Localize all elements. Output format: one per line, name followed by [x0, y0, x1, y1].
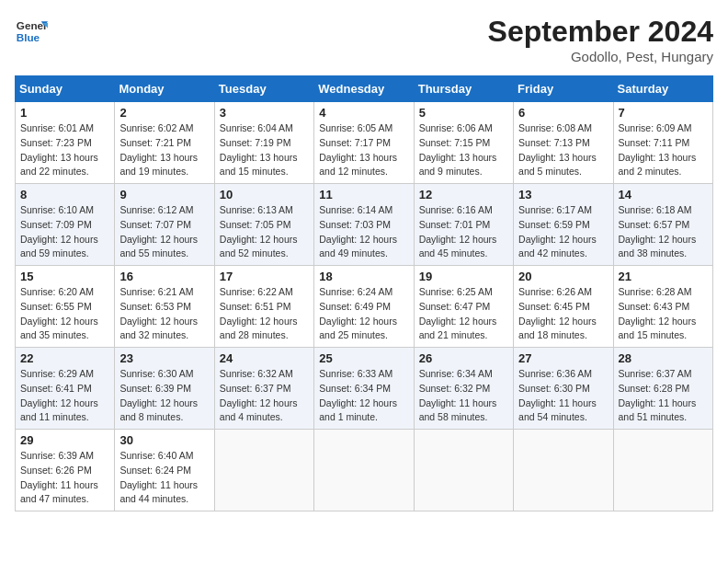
- calendar-cell: 1 Sunrise: 6:01 AMSunset: 7:23 PMDayligh…: [16, 102, 115, 184]
- calendar-cell: 28 Sunrise: 6:37 AMSunset: 6:28 PMDaylig…: [613, 348, 712, 430]
- day-number: 7: [619, 106, 708, 120]
- day-info: Sunrise: 6:39 AMSunset: 6:26 PMDaylight:…: [20, 450, 98, 504]
- svg-text:General: General: [17, 19, 48, 31]
- day-info: Sunrise: 6:02 AMSunset: 7:21 PMDaylight:…: [119, 122, 198, 177]
- logo: General Blue: [15, 15, 48, 48]
- day-number: 19: [419, 270, 508, 283]
- calendar-week-5: 29 Sunrise: 6:39 AMSunset: 6:26 PMDaylig…: [16, 430, 713, 511]
- month-title: September 2024: [488, 15, 713, 49]
- calendar-cell: 16 Sunrise: 6:21 AMSunset: 6:53 PMDaylig…: [115, 266, 214, 348]
- calendar-cell: 15 Sunrise: 6:20 AMSunset: 6:55 PMDaylig…: [16, 266, 115, 348]
- day-number: 24: [220, 351, 309, 365]
- calendar-cell: 13 Sunrise: 6:17 AMSunset: 6:59 PMDaylig…: [514, 184, 613, 266]
- calendar-cell: 27 Sunrise: 6:36 AMSunset: 6:30 PMDaylig…: [514, 348, 613, 430]
- calendar-cell: 12 Sunrise: 6:16 AMSunset: 7:01 PMDaylig…: [414, 184, 513, 266]
- title-block: September 2024 Godollo, Pest, Hungary: [488, 15, 713, 64]
- day-info: Sunrise: 6:20 AMSunset: 6:55 PMDaylight:…: [20, 286, 98, 340]
- day-number: 29: [20, 433, 109, 447]
- day-number: 17: [220, 270, 309, 283]
- day-info: Sunrise: 6:01 AMSunset: 7:23 PMDaylight:…: [20, 122, 98, 177]
- day-info: Sunrise: 6:17 AMSunset: 6:59 PMDaylight:…: [518, 204, 597, 259]
- location: Godollo, Pest, Hungary: [488, 49, 713, 64]
- header-tuesday: Tuesday: [214, 76, 313, 102]
- header-sunday: Sunday: [16, 76, 115, 102]
- calendar-cell: 17 Sunrise: 6:22 AMSunset: 6:51 PMDaylig…: [214, 266, 313, 348]
- calendar-cell: 30 Sunrise: 6:40 AMSunset: 6:24 PMDaylig…: [115, 430, 214, 511]
- calendar-cell: 10 Sunrise: 6:13 AMSunset: 7:05 PMDaylig…: [214, 184, 313, 266]
- day-info: Sunrise: 6:14 AMSunset: 7:03 PMDaylight:…: [319, 204, 397, 259]
- header-monday: Monday: [115, 76, 214, 102]
- header-friday: Friday: [514, 76, 613, 102]
- day-info: Sunrise: 6:10 AMSunset: 7:09 PMDaylight:…: [20, 204, 98, 259]
- day-number: 13: [518, 188, 608, 201]
- day-info: Sunrise: 6:22 AMSunset: 6:51 PMDaylight:…: [220, 286, 298, 340]
- day-number: 21: [619, 270, 708, 283]
- calendar-week-1: 1 Sunrise: 6:01 AMSunset: 7:23 PMDayligh…: [16, 102, 713, 184]
- day-number: 27: [518, 351, 608, 365]
- day-number: 10: [220, 188, 309, 201]
- page-header: General Blue September 2024 Godollo, Pes…: [15, 15, 713, 64]
- day-info: Sunrise: 6:05 AMSunset: 7:17 PMDaylight:…: [319, 122, 397, 177]
- day-number: 6: [518, 106, 608, 120]
- logo-icon: General Blue: [15, 15, 48, 48]
- day-info: Sunrise: 6:06 AMSunset: 7:15 PMDaylight:…: [419, 122, 497, 177]
- day-info: Sunrise: 6:32 AMSunset: 6:37 PMDaylight:…: [220, 368, 298, 422]
- day-info: Sunrise: 6:04 AMSunset: 7:19 PMDaylight:…: [220, 122, 298, 177]
- day-number: 2: [119, 106, 209, 120]
- calendar-cell: 3 Sunrise: 6:04 AMSunset: 7:19 PMDayligh…: [214, 102, 313, 184]
- day-number: 23: [119, 351, 209, 365]
- day-info: Sunrise: 6:24 AMSunset: 6:49 PMDaylight:…: [319, 286, 397, 340]
- day-info: Sunrise: 6:25 AMSunset: 6:47 PMDaylight:…: [419, 286, 497, 340]
- calendar-cell: 8 Sunrise: 6:10 AMSunset: 7:09 PMDayligh…: [16, 184, 115, 266]
- calendar-cell: 14 Sunrise: 6:18 AMSunset: 6:57 PMDaylig…: [613, 184, 712, 266]
- day-info: Sunrise: 6:13 AMSunset: 7:05 PMDaylight:…: [220, 204, 298, 259]
- day-number: 5: [419, 106, 508, 120]
- day-info: Sunrise: 6:40 AMSunset: 6:24 PMDaylight:…: [119, 450, 198, 504]
- header-saturday: Saturday: [613, 76, 712, 102]
- calendar-header-row: SundayMondayTuesdayWednesdayThursdayFrid…: [16, 76, 713, 102]
- day-info: Sunrise: 6:36 AMSunset: 6:30 PMDaylight:…: [518, 368, 597, 422]
- day-info: Sunrise: 6:28 AMSunset: 6:43 PMDaylight:…: [619, 286, 697, 340]
- calendar-cell: 2 Sunrise: 6:02 AMSunset: 7:21 PMDayligh…: [115, 102, 214, 184]
- calendar-cell: [613, 430, 712, 511]
- day-number: 30: [119, 433, 209, 447]
- header-wednesday: Wednesday: [314, 76, 414, 102]
- calendar-cell: 9 Sunrise: 6:12 AMSunset: 7:07 PMDayligh…: [115, 184, 214, 266]
- day-info: Sunrise: 6:16 AMSunset: 7:01 PMDaylight:…: [419, 204, 497, 259]
- calendar-cell: [214, 430, 313, 511]
- calendar-cell: 20 Sunrise: 6:26 AMSunset: 6:45 PMDaylig…: [514, 266, 613, 348]
- calendar-cell: 18 Sunrise: 6:24 AMSunset: 6:49 PMDaylig…: [314, 266, 414, 348]
- day-info: Sunrise: 6:12 AMSunset: 7:07 PMDaylight:…: [119, 204, 198, 259]
- day-number: 4: [319, 106, 408, 120]
- day-number: 22: [20, 351, 109, 365]
- day-number: 8: [20, 188, 109, 201]
- day-number: 9: [119, 188, 209, 201]
- day-number: 12: [419, 188, 508, 201]
- day-info: Sunrise: 6:08 AMSunset: 7:13 PMDaylight:…: [518, 122, 597, 177]
- calendar-cell: [514, 430, 613, 511]
- day-number: 3: [220, 106, 309, 120]
- svg-text:Blue: Blue: [17, 31, 40, 43]
- calendar-cell: 26 Sunrise: 6:34 AMSunset: 6:32 PMDaylig…: [414, 348, 513, 430]
- calendar-cell: 11 Sunrise: 6:14 AMSunset: 7:03 PMDaylig…: [314, 184, 414, 266]
- calendar-cell: 4 Sunrise: 6:05 AMSunset: 7:17 PMDayligh…: [314, 102, 414, 184]
- day-info: Sunrise: 6:34 AMSunset: 6:32 PMDaylight:…: [419, 368, 497, 422]
- day-info: Sunrise: 6:09 AMSunset: 7:11 PMDaylight:…: [619, 122, 697, 177]
- calendar-week-4: 22 Sunrise: 6:29 AMSunset: 6:41 PMDaylig…: [16, 348, 713, 430]
- calendar-cell: [414, 430, 513, 511]
- day-number: 1: [20, 106, 109, 120]
- day-info: Sunrise: 6:29 AMSunset: 6:41 PMDaylight:…: [20, 368, 98, 422]
- day-number: 18: [319, 270, 408, 283]
- day-number: 26: [419, 351, 508, 365]
- day-info: Sunrise: 6:37 AMSunset: 6:28 PMDaylight:…: [619, 368, 697, 422]
- day-number: 15: [20, 270, 109, 283]
- day-number: 11: [319, 188, 408, 201]
- calendar-cell: 25 Sunrise: 6:33 AMSunset: 6:34 PMDaylig…: [314, 348, 414, 430]
- calendar-cell: [314, 430, 414, 511]
- calendar-cell: 7 Sunrise: 6:09 AMSunset: 7:11 PMDayligh…: [613, 102, 712, 184]
- calendar-week-2: 8 Sunrise: 6:10 AMSunset: 7:09 PMDayligh…: [16, 184, 713, 266]
- day-info: Sunrise: 6:30 AMSunset: 6:39 PMDaylight:…: [119, 368, 198, 422]
- calendar-cell: 29 Sunrise: 6:39 AMSunset: 6:26 PMDaylig…: [16, 430, 115, 511]
- calendar-cell: 24 Sunrise: 6:32 AMSunset: 6:37 PMDaylig…: [214, 348, 313, 430]
- day-number: 14: [619, 188, 708, 201]
